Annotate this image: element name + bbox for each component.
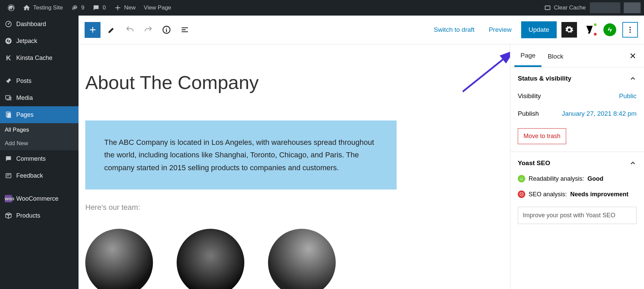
tab-block[interactable]: Block (541, 45, 569, 66)
add-block-button[interactable] (85, 22, 101, 38)
update-button[interactable]: Update (521, 21, 557, 38)
view-page-label: View Page (144, 4, 171, 11)
avatar[interactable] (624, 2, 641, 13)
editor-header: Switch to draft Preview Update (79, 16, 644, 44)
sidebar-label: WooCommerce (16, 195, 59, 202)
switch-to-draft-button[interactable]: Switch to draft (429, 23, 479, 37)
svg-point-4 (5, 38, 12, 44)
sidebar-item-posts[interactable]: Posts (0, 72, 79, 89)
sidebar-item-feedback[interactable]: Feedback (0, 167, 79, 184)
update-label: Update (529, 26, 549, 33)
yoast-icon (584, 24, 595, 35)
svg-point-6 (9, 97, 10, 98)
edit-mode-button[interactable] (105, 23, 119, 37)
wp-logo[interactable] (3, 0, 19, 16)
trash-label: Move to trash (524, 133, 560, 139)
publish-row: Publish January 27, 2021 8:42 pm (518, 100, 637, 117)
jetpack-icon (5, 37, 12, 45)
comments-icon (5, 155, 12, 162)
pin-icon (5, 77, 12, 85)
site-name-link[interactable]: Testing Site (19, 0, 67, 16)
comment-icon (92, 4, 100, 12)
sidebar-item-jetpack[interactable]: Jetpack (0, 32, 79, 49)
undo-icon (125, 25, 135, 35)
sidebar-subitem-all-pages[interactable]: All Pages (0, 123, 79, 137)
jetpack-button[interactable] (602, 22, 618, 38)
improve-post-button[interactable]: Improve your post with Yoast SEO (518, 207, 637, 224)
sidebar-label: Comments (16, 155, 46, 162)
sidebar-label: Pages (16, 111, 34, 118)
seo-label: SEO analysis: (529, 191, 567, 198)
comments-link[interactable]: 0 (88, 0, 110, 16)
layout: Dashboard Jetpack K Kinsta Cache Posts M… (0, 16, 644, 289)
settings-panel: Page Block Status & visibility (510, 44, 644, 289)
tab-page[interactable]: Page (514, 44, 541, 67)
team-image[interactable] (177, 229, 244, 289)
svg-line-14 (463, 51, 510, 92)
move-to-trash-button[interactable]: Move to trash (518, 128, 566, 144)
editor-canvas[interactable]: About The Company The ABC Company is loc… (79, 44, 510, 289)
info-button[interactable] (159, 23, 174, 37)
sidebar-item-dashboard[interactable]: Dashboard (0, 16, 79, 32)
visibility-label: Visibility (518, 92, 541, 100)
sidebar-label: Posts (16, 77, 31, 85)
yoast-button[interactable] (582, 22, 597, 38)
close-panel-button[interactable] (626, 52, 640, 60)
sidebar-subitem-add-new[interactable]: Add New (0, 137, 79, 150)
settings-button[interactable] (561, 22, 577, 38)
svg-point-11 (629, 27, 631, 28)
svg-point-13 (629, 31, 631, 33)
wordpress-icon (7, 4, 15, 12)
canvas-inner: About The Company The ABC Company is loc… (85, 44, 397, 289)
dashboard-icon (5, 20, 12, 28)
readability-row: ☺ Readability analysis: Good (518, 167, 637, 182)
section-title: Status & visibility (518, 75, 571, 82)
svg-point-12 (629, 29, 631, 30)
preview-button[interactable]: Preview (484, 23, 516, 37)
admin-bar-left: Testing Site 9 0 New View Page (3, 0, 175, 16)
tab-label: Page (520, 52, 535, 59)
new-link[interactable]: New (110, 0, 140, 16)
undo-button[interactable] (123, 23, 137, 37)
publish-label: Publish (518, 110, 539, 117)
panel-tabs: Page Block (510, 44, 644, 67)
kinsta-icon: K (5, 54, 12, 62)
clear-cache-link[interactable]: Clear Cache (540, 0, 590, 16)
outline-button[interactable] (178, 23, 192, 37)
team-image[interactable] (85, 229, 153, 289)
section-title: Yoast SEO (518, 159, 550, 167)
sidebar-sublabel: Add New (5, 140, 28, 147)
cache-icon (544, 4, 551, 12)
user-greeting[interactable] (590, 2, 620, 13)
redo-icon (143, 25, 153, 35)
sidebar-item-products[interactable]: Products (0, 207, 79, 224)
yoast-toggle[interactable]: Yoast SEO (518, 159, 637, 167)
close-icon (629, 52, 637, 60)
paragraph-text: The ABC Company is located in Los Angele… (104, 138, 374, 172)
paragraph-block[interactable]: The ABC Company is located in Los Angele… (85, 120, 397, 190)
svg-rect-8 (7, 113, 11, 118)
site-name-label: Testing Site (33, 4, 63, 11)
home-icon (23, 4, 30, 12)
sidebar-item-woocommerce[interactable]: woo WooCommerce (0, 190, 79, 207)
chevron-up-icon (629, 159, 637, 167)
comments-count: 0 (103, 4, 106, 11)
sidebar-item-media[interactable]: Media (0, 89, 79, 106)
view-page-link[interactable]: View Page (140, 0, 175, 16)
sidebar-item-kinsta[interactable]: K Kinsta Cache (0, 49, 79, 66)
seo-analysis-row: ☹ SEO analysis: Needs improvement (518, 182, 637, 198)
visibility-value[interactable]: Public (619, 92, 637, 100)
status-visibility-toggle[interactable]: Status & visibility (518, 75, 637, 82)
publish-value[interactable]: January 27, 2021 8:42 pm (562, 110, 637, 117)
team-image[interactable] (268, 229, 336, 289)
team-heading[interactable]: Here's our team: (85, 203, 397, 212)
sidebar-label: Dashboard (16, 21, 46, 28)
sidebar-label: Jetpack (16, 38, 37, 45)
more-options-button[interactable] (622, 22, 638, 38)
redo-button[interactable] (141, 23, 155, 37)
sidebar-item-pages[interactable]: Pages (0, 106, 79, 123)
pages-icon (5, 111, 12, 118)
updates-link[interactable]: 9 (67, 0, 88, 16)
sidebar-item-comments[interactable]: Comments (0, 150, 79, 167)
page-title[interactable]: About The Company (85, 71, 397, 93)
